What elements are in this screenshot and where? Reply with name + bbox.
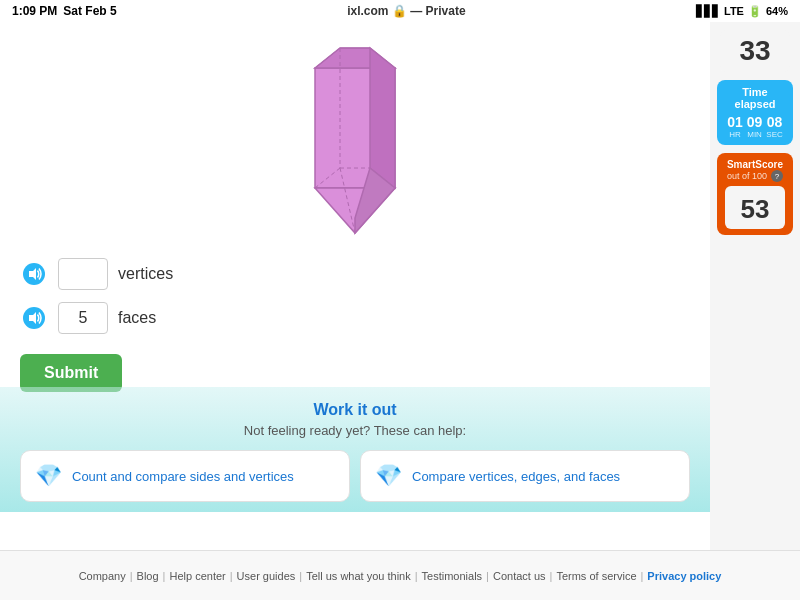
vertices-input[interactable] [58,258,108,290]
seconds-label: SEC [766,130,782,139]
help-card-1[interactable]: 💎 Count and compare sides and vertices [20,450,350,502]
hours-unit: 01 HR [727,114,743,139]
help-cards: 💎 Count and compare sides and vertices 💎… [20,450,690,502]
footer-contact-us[interactable]: Contact us [489,570,550,582]
speaker-icon-2 [22,306,46,330]
time-elapsed-label: Time elapsed [725,86,785,110]
status-time: 1:09 PM Sat Feb 5 [12,4,117,18]
minutes-value: 09 [747,114,763,130]
smart-score-value-bg: 53 [725,186,785,229]
help-card-2[interactable]: 💎 Compare vertices, edges, and faces [360,450,690,502]
help-card-2-text: Compare vertices, edges, and faces [412,469,620,484]
smart-score-value: 53 [729,194,781,225]
date-display: Sat Feb 5 [63,4,116,18]
diamond-icon-2: 💎 [375,463,402,489]
minutes-unit: 09 MIN [747,114,763,139]
svg-marker-2 [370,48,395,188]
vertices-sound-button[interactable] [20,260,48,288]
faces-label: faces [118,309,156,327]
signal-icon: ▋▋▋ [696,5,720,18]
top-score: 33 [720,30,790,72]
smart-score-subtitle: out of 100 ? [725,170,785,182]
seconds-unit: 08 SEC [766,114,782,139]
time-values: 01 HR 09 MIN 08 SEC [725,114,785,139]
diamond-icon-1: 💎 [35,463,62,489]
shape-container [20,38,690,238]
shape-svg [295,38,415,238]
work-title: Work it out [20,401,690,419]
status-indicators: ▋▋▋ LTE 🔋 64% [696,5,788,18]
vertices-label: vertices [118,265,173,283]
faces-input[interactable] [58,302,108,334]
footer-terms[interactable]: Terms of service [552,570,640,582]
vertices-row: vertices [20,258,690,290]
time-display: 1:09 PM [12,4,57,18]
network-type: LTE [724,5,744,17]
status-bar: 1:09 PM Sat Feb 5 ixl.com 🔒 — Private ▋▋… [0,0,800,22]
faces-row: faces [20,302,690,334]
footer-tell-us[interactable]: Tell us what you think [302,570,415,582]
footer-help-center[interactable]: Help center [165,570,229,582]
footer-company[interactable]: Company [75,570,130,582]
faces-sound-button[interactable] [20,304,48,332]
footer-links: Company | Blog | Help center | User guid… [75,570,726,582]
footer-privacy[interactable]: Privacy policy [643,570,725,582]
info-icon[interactable]: ? [771,170,783,182]
smart-score-title: SmartScore [725,159,785,170]
footer-testimonials[interactable]: Testimonials [418,570,487,582]
footer-blog[interactable]: Blog [133,570,163,582]
work-subtitle: Not feeling ready yet? These can help: [20,423,690,438]
right-panel: 33 Time elapsed 01 HR 09 MIN 08 SEC Smar… [710,22,800,562]
url-display: ixl.com 🔒 — Private [347,4,465,18]
hours-label: HR [727,130,743,139]
time-elapsed-box: Time elapsed 01 HR 09 MIN 08 SEC [717,80,793,145]
battery-icon: 🔋 [748,5,762,18]
hours-value: 01 [727,114,743,130]
footer-user-guides[interactable]: User guides [233,570,300,582]
smart-score-box: SmartScore out of 100 ? 53 [717,153,793,235]
speaker-icon [22,262,46,286]
content-area: vertices faces Submit Work it out Not fe… [0,22,710,562]
minutes-label: MIN [747,130,763,139]
seconds-value: 08 [766,114,782,130]
work-it-out-section: Work it out Not feeling ready yet? These… [0,387,710,512]
main-area: vertices faces Submit Work it out Not fe… [0,22,800,562]
help-card-1-text: Count and compare sides and vertices [72,469,294,484]
battery-level: 64% [766,5,788,17]
footer: Company | Blog | Help center | User guid… [0,550,800,600]
